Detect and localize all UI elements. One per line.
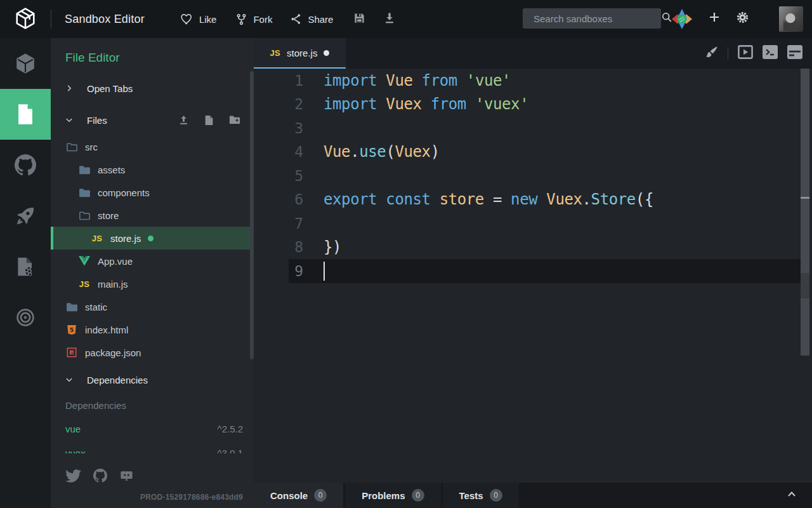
code-line-5[interactable]: 5 (254, 164, 812, 188)
dependencies-list: vue^2.5.2vuex^3.0.1 (51, 417, 254, 453)
tree-item-main-js[interactable]: JSmain.js (51, 272, 254, 295)
rail-item-config-files[interactable] (0, 241, 51, 292)
fork-label: Fork (253, 14, 272, 25)
open-tabs-section[interactable]: Open Tabs (51, 77, 254, 100)
rail-item-file-explorer[interactable] (0, 89, 51, 140)
dependency-vue[interactable]: vue^2.5.2 (51, 417, 254, 441)
tab-store-js[interactable]: JS store.js (254, 38, 346, 69)
save-button[interactable] (353, 12, 365, 27)
code-text: }) (324, 238, 341, 256)
sandbox-editor-app: Sandbox Editor Like Fork Share (0, 0, 812, 508)
tree-item-assets[interactable]: assets (51, 158, 254, 181)
fork-button[interactable]: Fork (235, 13, 272, 26)
download-button[interactable] (384, 12, 395, 27)
code-line-7[interactable]: 7 (254, 211, 812, 236)
file-name: components (98, 187, 150, 198)
share-label: Share (308, 14, 333, 25)
code-line-9[interactable]: 9 (254, 259, 812, 283)
panel-layout-icon (787, 45, 802, 62)
code-line-2[interactable]: 2import Vuex from 'vuex' (254, 93, 812, 117)
dependency-name: vue (65, 424, 81, 434)
terminal-button[interactable] (763, 45, 778, 62)
line-number: 7 (254, 215, 303, 232)
cube-logo-icon (15, 6, 36, 32)
open-preview-button[interactable] (738, 45, 753, 62)
dev-tools-tabs: Console0Problems0Tests0 (254, 483, 519, 508)
file-name: assets (98, 164, 125, 175)
twitter-icon (65, 469, 81, 483)
preferences-button[interactable] (736, 11, 751, 26)
tree-item-package-json[interactable]: package.json (51, 341, 254, 364)
sandbox-search (523, 8, 661, 29)
build-id: PROD-1529178686-e843dd9 (140, 493, 243, 502)
new-folder-button[interactable] (226, 112, 243, 128)
devtools-tab-console[interactable]: Console0 (254, 483, 343, 508)
code-text: Vue.use(Vuex) (324, 143, 440, 161)
code-line-4[interactable]: 4Vue.use(Vuex) (254, 140, 812, 164)
upload-file-button[interactable] (176, 112, 192, 128)
editor-area: JS store.js 1import (254, 38, 812, 508)
rail-item-deployment[interactable] (0, 190, 51, 241)
code-line-1[interactable]: 1import Vue from 'vue' (254, 69, 812, 93)
codesandbox-logo[interactable] (0, 6, 51, 32)
twitter-link[interactable] (65, 469, 81, 483)
file-name: main.js (98, 279, 128, 290)
tree-item-store[interactable]: store (51, 204, 254, 227)
code-line-3[interactable]: 3 (254, 116, 812, 140)
dependencies-section[interactable]: Dependencies (51, 368, 254, 391)
files-label: Files (87, 115, 107, 126)
count-badge: 0 (412, 489, 424, 502)
upload-icon (177, 114, 190, 127)
new-sandbox-button[interactable] (706, 10, 723, 27)
expand-devtools-button[interactable] (787, 483, 797, 508)
heart-icon (180, 13, 193, 25)
tree-item-static[interactable]: static (51, 295, 254, 318)
save-icon (353, 12, 365, 27)
code-line-6[interactable]: 6export const store = new Vuex.Store({ (254, 188, 812, 212)
rail-item-github[interactable] (0, 140, 51, 190)
count-badge: 0 (314, 489, 327, 502)
files-section[interactable]: Files (51, 109, 254, 131)
file-name: store.js (110, 233, 141, 244)
rail-item-sandbox-info[interactable] (0, 38, 51, 89)
folder-icon (65, 302, 78, 312)
tree-item-store-js[interactable]: JSstore.js (51, 227, 254, 250)
actions-divider (728, 47, 728, 60)
code-line-8[interactable]: 8}) (254, 236, 812, 260)
share-button[interactable]: Share (290, 13, 333, 25)
svg-text:5: 5 (70, 326, 74, 333)
line-number: 8 (254, 239, 303, 255)
unsaved-dot-icon (324, 50, 329, 56)
text-cursor (324, 262, 325, 281)
tree-item-components[interactable]: components (51, 181, 254, 204)
dependency-vuex[interactable]: vuex^3.0.1 (51, 441, 254, 453)
tree-item-index-html[interactable]: 5index.html (51, 318, 254, 341)
gear-icon (736, 15, 749, 26)
code-editor[interactable]: 1import Vue from 'vue'2import Vuex from … (254, 69, 812, 483)
file-gear-icon (16, 257, 35, 277)
files-actions (176, 112, 254, 128)
header-divider (51, 10, 51, 29)
like-button[interactable]: Like (180, 13, 217, 25)
discord-link[interactable] (119, 469, 134, 483)
tree-item-App-vue[interactable]: App.vue (51, 250, 254, 272)
devtools-tab-tests[interactable]: Tests0 (443, 483, 519, 508)
github-link[interactable] (93, 469, 107, 483)
line-number: 3 (254, 120, 303, 137)
patron-badge-icon[interactable] (671, 8, 693, 30)
dependency-version: ^3.0.1 (218, 448, 243, 454)
user-avatar[interactable] (779, 6, 803, 32)
file-name: package.json (85, 347, 141, 358)
devtools-tab-problems[interactable]: Problems0 (345, 483, 440, 508)
console-panel-button[interactable] (787, 45, 802, 62)
explorer-scrollbar[interactable] (250, 71, 254, 359)
folder-icon (78, 188, 91, 197)
editor-scrollbar[interactable] (801, 69, 809, 356)
rail-item-live[interactable] (0, 292, 51, 343)
prettify-button[interactable] (705, 46, 718, 62)
new-file-button[interactable] (202, 112, 216, 128)
search-input[interactable] (532, 13, 661, 25)
dependency-name: vuex (65, 448, 86, 454)
dependency-version: ^2.5.2 (218, 424, 243, 434)
tree-item-src[interactable]: src (51, 135, 254, 158)
